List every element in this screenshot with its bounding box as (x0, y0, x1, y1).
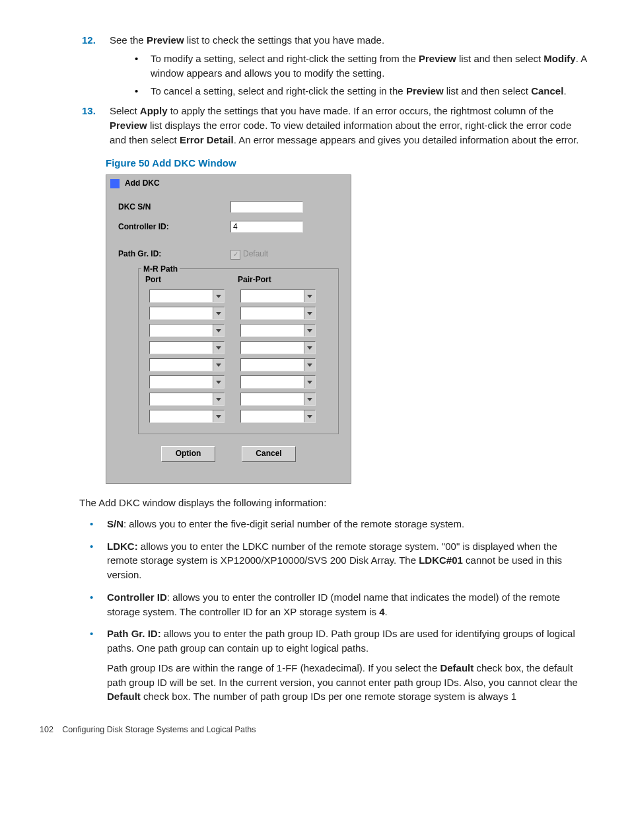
substep: To modify a setting, select and right-cl… (131, 52, 590, 81)
dkc-sn-input[interactable] (230, 201, 303, 213)
mr-path-legend: M-R Path (141, 264, 180, 275)
pair-port-select[interactable] (240, 307, 316, 320)
footer-section-title: Configuring Disk Storage Systems and Log… (62, 725, 256, 734)
chevron-down-icon (213, 325, 224, 336)
path-row (145, 307, 332, 320)
page-footer: 102 Configuring Disk Storage Systems and… (40, 724, 590, 736)
figure-caption: Figure 50 Add DKC Window (106, 156, 590, 171)
mr-path-group: M-R Path Port Pair-Port (138, 268, 339, 434)
window-icon (110, 179, 120, 188)
pair-port-select[interactable] (240, 341, 316, 354)
port-select[interactable] (149, 307, 225, 320)
path-row (145, 393, 332, 406)
step-number: 13. (82, 104, 96, 118)
def-sn: S/N: allows you to enter the five-digit … (86, 517, 590, 531)
def-controller-id: Controller ID: allows you to enter the c… (86, 590, 590, 619)
col-port-header: Port (145, 274, 238, 286)
substep: To cancel a setting, select and right-cl… (131, 84, 590, 98)
def-ldkc: LDKC: allows you to enter the LDKC numbe… (86, 539, 590, 582)
chevron-down-icon (304, 342, 315, 354)
port-select[interactable] (149, 341, 225, 354)
window-titlebar: Add DKC (106, 175, 351, 192)
port-select[interactable] (149, 324, 225, 337)
path-row (145, 341, 332, 354)
chevron-down-icon (213, 393, 224, 405)
chevron-down-icon (304, 376, 315, 388)
step-number: 12. (82, 33, 96, 48)
path-row (145, 324, 332, 337)
chevron-down-icon (213, 410, 224, 422)
pair-port-select[interactable] (240, 393, 316, 406)
port-select[interactable] (149, 358, 225, 371)
path-row (145, 410, 332, 423)
add-dkc-window: Add DKC DKC S/N Controller ID: Path Gr. … (106, 174, 351, 484)
chevron-down-icon (304, 307, 315, 319)
chevron-down-icon (304, 359, 315, 371)
window-title: Add DKC (125, 178, 160, 189)
chevron-down-icon (213, 376, 224, 388)
def-path-gr-id: Path Gr. ID: allows you to enter the pat… (86, 627, 590, 704)
port-select[interactable] (149, 289, 225, 303)
chevron-down-icon (213, 342, 224, 354)
default-checkbox-label: Default (243, 248, 268, 260)
pair-port-select[interactable] (240, 358, 316, 371)
page-number: 102 (40, 725, 53, 734)
pair-port-select[interactable] (240, 289, 316, 303)
chevron-down-icon (304, 393, 315, 405)
option-button[interactable]: Option (161, 446, 215, 462)
chevron-down-icon (213, 359, 224, 371)
path-gr-id-label: Path Gr. ID: (118, 248, 230, 260)
intro-paragraph: The Add DKC window displays the followin… (79, 496, 590, 510)
controller-id-label: Controller ID: (118, 221, 230, 233)
def-path-gr-id-extra: Path group IDs are within the range of 1… (107, 661, 590, 704)
port-select[interactable] (149, 375, 225, 389)
port-select[interactable] (149, 393, 225, 406)
path-row (145, 289, 332, 303)
pair-port-select[interactable] (240, 410, 316, 423)
chevron-down-icon (304, 290, 315, 302)
port-select[interactable] (149, 410, 225, 423)
path-row (145, 358, 332, 371)
controller-id-input[interactable] (230, 221, 303, 233)
pair-port-select[interactable] (240, 324, 316, 337)
dkc-sn-label: DKC S/N (118, 202, 230, 213)
chevron-down-icon (213, 307, 224, 319)
cancel-button[interactable]: Cancel (242, 446, 296, 462)
default-checkbox[interactable]: ✓ (230, 250, 240, 260)
pair-port-select[interactable] (240, 375, 316, 389)
step-12: 12. See the Preview list to check the se… (82, 33, 590, 98)
chevron-down-icon (304, 410, 315, 422)
col-pair-port-header: Pair-Port (238, 274, 317, 286)
step-text: Select Apply to apply the settings that … (110, 105, 578, 145)
chevron-down-icon (304, 325, 315, 336)
step-text: See the Preview list to check the settin… (110, 34, 384, 46)
step-13: 13. Select Apply to apply the settings t… (82, 104, 590, 147)
chevron-down-icon (213, 290, 224, 302)
path-row (145, 375, 332, 389)
